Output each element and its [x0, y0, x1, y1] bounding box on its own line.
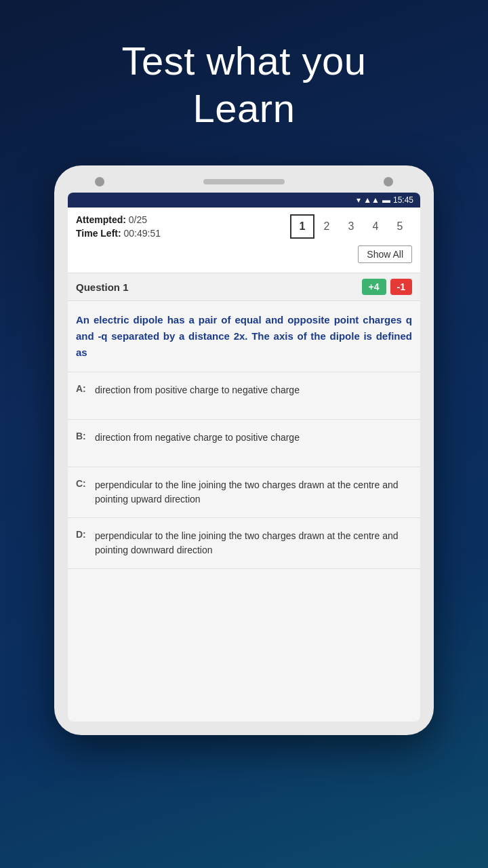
q-num-5[interactable]: 5	[388, 214, 412, 239]
q-num-3[interactable]: 3	[339, 214, 363, 239]
show-all-button[interactable]: Show All	[358, 245, 412, 263]
option-b[interactable]: B: direction from negative charge to pos…	[68, 420, 420, 467]
score-badges: +4 -1	[362, 279, 412, 295]
option-b-label: B:	[76, 431, 89, 441]
option-d-text: perpendicular to the line joining the tw…	[95, 529, 412, 557]
attempted-value: 0/25	[129, 214, 147, 225]
option-a-text: direction from positive charge to negati…	[95, 383, 412, 397]
q-num-2[interactable]: 2	[314, 214, 339, 239]
time-left-label: Time Left:	[76, 228, 121, 239]
option-a-label: A:	[76, 383, 89, 394]
negative-score-badge: -1	[390, 279, 412, 295]
option-c-text: perpendicular to the line joining the tw…	[95, 478, 412, 507]
quiz-header: Attempted: 0/25 Time Left: 00:49:51 1 2 …	[68, 208, 420, 273]
q-num-4[interactable]: 4	[363, 214, 388, 239]
question-text: An electric dipole has a pair of equal a…	[68, 301, 420, 372]
signal-icon: ▲▲	[363, 195, 380, 205]
question-header: Question 1 +4 -1	[68, 273, 420, 301]
status-bar: ▾ ▲▲ ▬ 15:45	[68, 193, 420, 208]
status-icons: ▾ ▲▲ ▬ 15:45	[357, 195, 413, 205]
quiz-stats: Attempted: 0/25 Time Left: 00:49:51 1 2 …	[76, 214, 412, 241]
phone-top-bar	[68, 179, 420, 184]
stats-left: Attempted: 0/25 Time Left: 00:49:51	[76, 214, 290, 241]
question-label: Question 1	[76, 281, 129, 293]
option-c-label: C:	[76, 478, 89, 489]
option-c[interactable]: C: perpendicular to the line joining the…	[68, 467, 420, 518]
option-d-label: D:	[76, 529, 89, 540]
hero-title: Test what you Learn	[121, 37, 366, 132]
option-d[interactable]: D: perpendicular to the line joining the…	[68, 518, 420, 569]
time-left-value: 00:49:51	[124, 228, 161, 239]
positive-score-badge: +4	[362, 279, 386, 295]
time-left-row: Time Left: 00:49:51	[76, 228, 290, 239]
phone-camera	[95, 177, 104, 186]
show-all-row: Show All	[76, 243, 412, 266]
attempted-row: Attempted: 0/25	[76, 214, 290, 225]
q-num-1[interactable]: 1	[290, 214, 314, 239]
option-a[interactable]: A: direction from positive charge to neg…	[68, 372, 420, 420]
phone-speaker	[203, 179, 285, 184]
phone-screen: ▾ ▲▲ ▬ 15:45 Attempted: 0/25 Time Left: …	[68, 193, 420, 722]
wifi-icon: ▾	[357, 195, 361, 205]
time-display: 15:45	[393, 195, 413, 205]
attempted-label: Attempted:	[76, 214, 126, 225]
phone-camera-right	[384, 177, 393, 186]
phone-mockup: ▾ ▲▲ ▬ 15:45 Attempted: 0/25 Time Left: …	[54, 165, 434, 735]
question-numbers[interactable]: 1 2 3 4 5	[290, 214, 412, 239]
option-b-text: direction from negative charge to positi…	[95, 431, 412, 445]
battery-icon: ▬	[382, 195, 390, 205]
